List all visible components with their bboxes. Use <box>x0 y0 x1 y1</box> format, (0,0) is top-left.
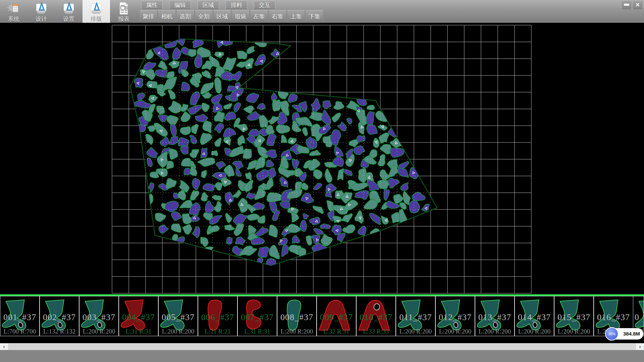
toolbar-button-design[interactable]: 设计 <box>28 0 55 23</box>
part-label: 002_#37 <box>40 312 79 322</box>
strip-bottom-gap <box>0 336 644 343</box>
toolbar-button-label: 系统 <box>0 16 28 22</box>
part-lr-count: L:21 R:21 <box>198 328 237 335</box>
horizontal-scrollbar[interactable]: ‹ › <box>0 343 644 350</box>
part-thumbnail[interactable]: 004_#37L:31 R:31 <box>119 296 158 336</box>
part-lr-count: L:31 R:31 <box>119 328 158 335</box>
close-button[interactable]: ✕ <box>633 1 643 9</box>
design-ruler-icon <box>34 1 49 16</box>
minimize-icon <box>624 4 629 6</box>
ribbon-item-1[interactable]: 聚排 <box>140 10 157 22</box>
part-label: 011_#37 <box>396 312 435 322</box>
part-lr-count: L:700 R:700 <box>0 328 39 335</box>
part-label: 005_#37 <box>159 312 198 322</box>
part-lr-count: L:200 R:200 <box>554 328 593 335</box>
part-lr-count: L:33 R:33 <box>357 328 395 335</box>
part-lr-count: L:200 R:200 <box>277 328 316 335</box>
ribbon-item-6[interactable]: 瑕疵 <box>232 10 250 22</box>
ribbon-item-5[interactable]: 区域 <box>213 10 231 22</box>
nesting-canvas[interactable] <box>0 23 644 294</box>
memory-value: 384.8M <box>623 331 640 337</box>
nesting-viewport[interactable] <box>0 23 644 294</box>
menubar-item-3[interactable]: 区域 <box>198 1 219 9</box>
parts-strip: 001_#37L:700 R:700002_#37L:132 R:132003_… <box>0 296 644 336</box>
system-gear-icon <box>6 1 21 16</box>
part-thumbnail[interactable]: 001_#37L:700 R:700 <box>0 296 40 336</box>
part-label: 016_#37 <box>594 312 633 322</box>
toolbar-button-layout[interactable]: 排版 <box>83 0 110 23</box>
part-lr-count: L:200 R:200 <box>396 328 435 335</box>
part-label: 010_#37 <box>357 312 395 322</box>
part-lr-count: L:200 R:200 <box>436 328 475 335</box>
toolbar-button-system[interactable]: 系统 <box>0 0 28 23</box>
toolbar-button-report[interactable]: 报表 <box>110 0 138 23</box>
part-label: 013_#37 <box>475 312 514 322</box>
part-label: 007_#37 <box>238 312 277 322</box>
part-lr-count: L:32 R:31 <box>317 328 356 335</box>
part-thumbnail[interactable]: 009_#37L:32 R:31 <box>317 296 356 336</box>
part-lr-count: L:132 R:132 <box>40 328 79 335</box>
memory-usage-badge: 384.8M 38% <box>605 327 643 341</box>
menubar-item-1[interactable]: 属性 <box>141 1 163 9</box>
ribbon-item-4[interactable]: 全割 <box>195 10 213 22</box>
ribbon-item-7[interactable]: 左靠 <box>250 10 268 22</box>
part-thumbnail[interactable]: 002_#37L:132 R:132 <box>40 296 79 336</box>
menubar-item-4[interactable]: 排料 <box>226 1 247 9</box>
toolbar-button-label: 排版 <box>83 16 110 22</box>
part-label: 008_#37 <box>277 312 316 322</box>
part-label: 0 <box>635 312 644 322</box>
toolbar-button-label: 设置 <box>55 16 83 22</box>
part-label: 012_#37 <box>436 312 475 322</box>
part-label: 004_#37 <box>119 312 158 322</box>
status-bar <box>0 350 644 362</box>
minimize-button[interactable] <box>622 1 632 9</box>
part-label: 003_#37 <box>79 312 118 322</box>
part-thumbnail[interactable]: 006_#37L:21 R:21 <box>198 296 237 336</box>
percent-value: 38% <box>608 332 615 336</box>
menubar-item-5[interactable]: 交互 <box>254 1 275 9</box>
part-label: 001_#37 <box>0 312 39 322</box>
report-doc-icon <box>116 1 131 16</box>
part-label: 015_#37 <box>554 312 593 322</box>
part-label: 009_#37 <box>317 312 356 322</box>
part-thumbnail[interactable]: 014_#37L:200 R:200 <box>515 296 554 336</box>
toolbar-button-label: 报表 <box>110 16 138 22</box>
part-lr-count: L:200 R:200 <box>475 328 514 335</box>
part-lr-count: L:200 R:200 <box>515 328 554 335</box>
layout-ruler-icon <box>89 1 104 16</box>
part-thumbnail[interactable]: 013_#37L:200 R:200 <box>475 296 515 336</box>
percent-circle: 38% <box>605 327 619 341</box>
part-thumbnail[interactable]: 015_#37L:200 R:200 <box>554 296 594 336</box>
ribbon-item-3[interactable]: 选割 <box>176 10 194 22</box>
settings-ruler-icon <box>61 1 76 16</box>
ribbon-item-2[interactable]: 相机 <box>158 10 176 22</box>
part-thumbnail[interactable]: 003_#37L:200 R:200 <box>79 296 119 336</box>
part-thumbnail[interactable]: 011_#37L:200 R:200 <box>396 296 435 336</box>
part-lr-count: L:31 R:31 <box>238 328 277 335</box>
part-lr-count: L:200 R:200 <box>79 328 118 335</box>
scroll-right-button[interactable]: › <box>636 344 644 350</box>
part-thumbnail[interactable]: 010_#37L:33 R:33 <box>356 296 396 336</box>
part-thumbnail[interactable]: 007_#37L:31 R:31 <box>237 296 277 336</box>
part-label: 006_#37 <box>198 312 237 322</box>
menubar-item-2[interactable]: 编辑 <box>169 1 191 9</box>
main-toolbar: 系统设计设置排版报表 属性编辑区域排料交互 聚排相机选割全割区域瑕疵左靠右靠上靠… <box>0 0 644 23</box>
ribbon-item-8[interactable]: 右靠 <box>269 10 286 22</box>
toolbar-button-settings[interactable]: 设置 <box>55 0 83 23</box>
scroll-left-button[interactable]: ‹ <box>0 344 8 350</box>
app-window: 系统设计设置排版报表 属性编辑区域排料交互 聚排相机选割全割区域瑕疵左靠右靠上靠… <box>0 0 644 362</box>
toolbar-button-label: 设计 <box>28 16 55 22</box>
ribbon-item-9[interactable]: 上靠 <box>287 10 305 22</box>
ribbon-item-10[interactable]: 下靠 <box>306 10 323 22</box>
part-thumbnail[interactable]: 005_#37L:200 R:200 <box>158 296 198 336</box>
part-label: 014_#37 <box>515 312 554 322</box>
part-thumbnail[interactable]: 008_#37L:200 R:200 <box>277 296 317 336</box>
close-icon: ✕ <box>635 2 640 8</box>
part-lr-count: L:200 R:200 <box>159 328 198 335</box>
part-thumbnail[interactable]: 012_#37L:200 R:200 <box>435 296 475 336</box>
